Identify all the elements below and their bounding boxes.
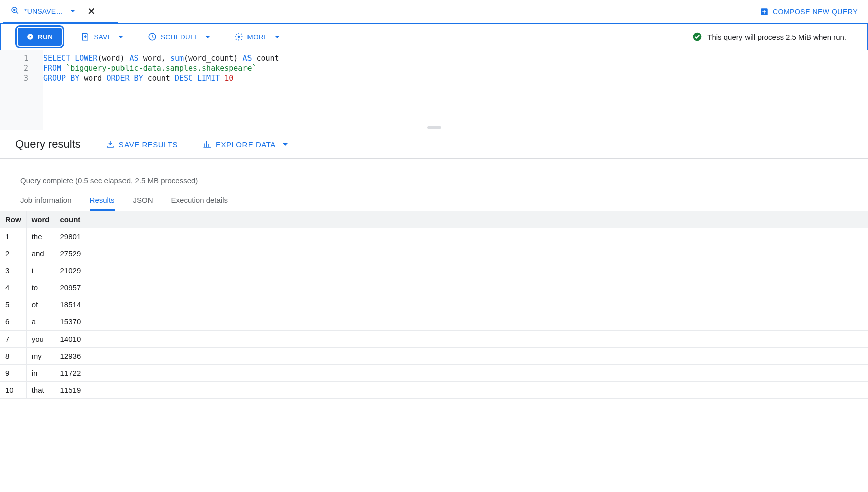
cell-word: i xyxy=(26,262,55,279)
chevron-down-icon xyxy=(118,36,123,38)
cell-word: my xyxy=(26,348,55,365)
tab-dropdown-icon[interactable] xyxy=(70,10,75,12)
code-area[interactable]: SELECT LOWER(word) AS word, sum(word_cou… xyxy=(43,50,279,130)
query-toolbar: RUN SAVE SCHEDULE MORE This query will p… xyxy=(0,23,868,50)
col-spacer xyxy=(86,211,868,228)
sql-editor[interactable]: 123 SELECT LOWER(word) AS word, sum(word… xyxy=(0,50,868,130)
query-cost-status: This query will process 2.5 MiB when run… xyxy=(692,32,850,42)
table-row: 10that11519 xyxy=(0,382,868,399)
more-button[interactable]: MORE xyxy=(229,28,285,46)
table-row: 6a15370 xyxy=(0,313,868,331)
download-icon xyxy=(106,140,115,149)
save-icon xyxy=(81,32,90,41)
status-text: This query will process 2.5 MiB when run… xyxy=(707,33,846,41)
chart-icon xyxy=(203,140,212,149)
svg-line-1 xyxy=(16,12,18,14)
query-icon xyxy=(10,6,19,16)
cell-row: 8 xyxy=(0,348,26,365)
tab-title: *UNSAVE… xyxy=(24,7,63,15)
col-row[interactable]: Row xyxy=(0,211,26,228)
cell-word: in xyxy=(26,365,55,382)
table-row: 4to20957 xyxy=(0,279,868,296)
svg-point-2 xyxy=(13,9,16,11)
save-results-label: SAVE RESULTS xyxy=(119,140,178,149)
tab-job-information[interactable]: Job information xyxy=(20,191,72,211)
table-header-row: Row word count xyxy=(0,211,868,228)
plus-icon xyxy=(760,7,769,16)
col-count[interactable]: count xyxy=(55,211,86,228)
tab-json[interactable]: JSON xyxy=(133,191,153,211)
results-table: Row word count 1the298012and275293i21029… xyxy=(0,211,868,399)
cell-row: 6 xyxy=(0,313,26,331)
results-header: Query results SAVE RESULTS EXPLORE DATA xyxy=(0,130,868,158)
save-results-button[interactable]: SAVE RESULTS xyxy=(106,140,178,149)
cell-count: 11519 xyxy=(55,382,86,399)
results-title: Query results xyxy=(15,138,81,151)
table-row: 9in11722 xyxy=(0,365,868,382)
cell-row: 7 xyxy=(0,331,26,348)
query-tab[interactable]: *UNSAVE… ✕ xyxy=(3,0,118,23)
explore-data-button[interactable]: EXPLORE DATA xyxy=(203,140,288,149)
cell-row: 2 xyxy=(0,245,26,262)
compose-label: COMPOSE NEW QUERY xyxy=(773,8,858,16)
table-row: 5of18514 xyxy=(0,296,868,313)
cell-count: 21029 xyxy=(55,262,86,279)
tab-execution-details[interactable]: Execution details xyxy=(171,191,228,211)
cell-row: 1 xyxy=(0,228,26,245)
gear-icon xyxy=(234,32,243,41)
schedule-label: SCHEDULE xyxy=(161,33,199,41)
play-icon xyxy=(27,33,34,40)
schedule-button[interactable]: SCHEDULE xyxy=(143,28,215,46)
resize-handle[interactable] xyxy=(427,126,441,129)
cell-row: 4 xyxy=(0,279,26,296)
cell-count: 14010 xyxy=(55,331,86,348)
cell-count: 12936 xyxy=(55,348,86,365)
cell-row: 3 xyxy=(0,262,26,279)
cell-count: 11722 xyxy=(55,365,86,382)
cell-row: 10 xyxy=(0,382,26,399)
cell-count: 15370 xyxy=(55,313,86,331)
save-button[interactable]: SAVE xyxy=(76,28,129,46)
cell-word: to xyxy=(26,279,55,296)
cell-word: you xyxy=(26,331,55,348)
run-button[interactable]: RUN xyxy=(18,28,62,46)
cell-row: 9 xyxy=(0,365,26,382)
save-label: SAVE xyxy=(94,33,112,41)
close-icon[interactable]: ✕ xyxy=(85,5,98,17)
compose-query-button[interactable]: COMPOSE NEW QUERY xyxy=(750,0,868,23)
cell-count: 20957 xyxy=(55,279,86,296)
table-row: 8my12936 xyxy=(0,348,868,365)
table-row: 3i21029 xyxy=(0,262,868,279)
tab-results[interactable]: Results xyxy=(90,191,115,211)
cell-count: 27529 xyxy=(55,245,86,262)
col-word[interactable]: word xyxy=(26,211,55,228)
cell-row: 5 xyxy=(0,296,26,313)
check-circle-icon xyxy=(692,32,702,42)
chevron-down-icon xyxy=(205,36,210,38)
line-gutter: 123 xyxy=(0,50,43,130)
table-row: 7you14010 xyxy=(0,331,868,348)
svg-point-6 xyxy=(237,36,240,38)
table-row: 2and27529 xyxy=(0,245,868,262)
table-row: 1the29801 xyxy=(0,228,868,245)
cell-word: of xyxy=(26,296,55,313)
chevron-down-icon xyxy=(275,36,280,38)
cell-word: the xyxy=(26,228,55,245)
cell-count: 29801 xyxy=(55,228,86,245)
cell-word: that xyxy=(26,382,55,399)
run-label: RUN xyxy=(38,33,53,41)
tab-bar: *UNSAVE… ✕ COMPOSE NEW QUERY xyxy=(0,0,868,23)
cell-word: and xyxy=(26,245,55,262)
result-tabs: Job information Results JSON Execution d… xyxy=(0,191,868,211)
explore-data-label: EXPLORE DATA xyxy=(216,140,276,149)
cell-word: a xyxy=(26,313,55,331)
cell-count: 18514 xyxy=(55,296,86,313)
clock-icon xyxy=(148,32,157,41)
more-label: MORE xyxy=(247,33,269,41)
query-complete-status: Query complete (0.5 sec elapsed, 2.5 MB … xyxy=(0,159,868,191)
chevron-down-icon xyxy=(283,143,288,146)
